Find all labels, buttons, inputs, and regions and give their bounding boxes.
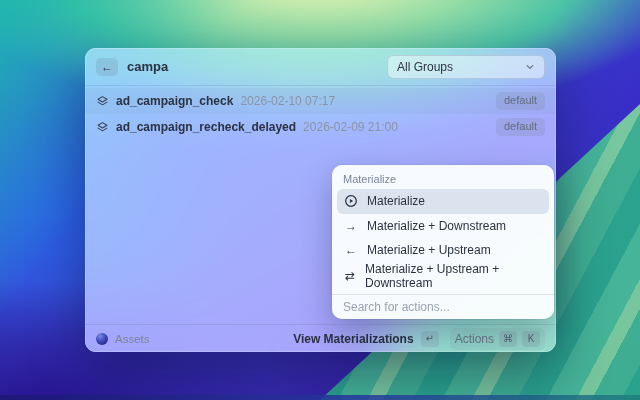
popup-section-header: Materialize <box>332 165 554 189</box>
actions-search-input[interactable] <box>332 294 554 319</box>
materialize-actions-popup: Materialize Materialize → Materialize + … <box>332 165 554 319</box>
asset-name: ad_campaign_check <box>116 94 233 108</box>
asset-search-input[interactable] <box>127 59 378 74</box>
asset-layers-icon <box>96 121 109 134</box>
palette-footer: Assets View Materializations ↵ Actions ⌘… <box>85 324 556 352</box>
group-badge: default <box>496 118 545 135</box>
play-circle-icon <box>344 194 358 208</box>
app-logo-icon <box>96 333 108 345</box>
arrow-left-icon: ← <box>344 243 358 257</box>
menu-item-materialize-upstream-downstream[interactable]: ⇄ Materialize + Upstream + Downstream <box>337 263 549 289</box>
actions-shortcut-button[interactable]: Actions ⌘ K <box>450 328 545 350</box>
asset-name: ad_campaign_recheck_delayed <box>116 120 296 134</box>
menu-item-materialize[interactable]: Materialize <box>337 189 549 214</box>
return-key-icon: ↵ <box>421 331 439 347</box>
wallpaper-bottom-strip <box>0 395 640 400</box>
menu-item-materialize-upstream[interactable]: ← Materialize + Upstream <box>337 238 549 263</box>
groups-filter-dropdown[interactable]: All Groups <box>387 55 545 79</box>
arrow-right-icon: → <box>344 219 358 233</box>
menu-item-materialize-downstream[interactable]: → Materialize + Downstream <box>337 214 549 239</box>
groups-filter-value: All Groups <box>397 60 453 74</box>
menu-item-label: Materialize <box>367 194 425 208</box>
asset-timestamp: 2026-02-10 07:17 <box>240 94 335 108</box>
palette-topbar: ← All Groups <box>85 48 556 85</box>
group-badge: default <box>496 92 545 109</box>
view-materializations-button[interactable]: View Materializations <box>293 332 414 346</box>
command-palette-window: ← All Groups ad_campaign_check 2026-02-1… <box>85 48 556 352</box>
back-button[interactable]: ← <box>96 58 118 76</box>
footer-app-label: Assets <box>115 333 150 345</box>
arrows-swap-icon: ⇄ <box>344 269 356 283</box>
actions-label: Actions <box>455 332 494 346</box>
asset-timestamp: 2026-02-09 21:00 <box>303 120 398 134</box>
back-arrow-icon: ← <box>101 60 113 74</box>
chevron-down-icon <box>525 62 535 72</box>
menu-item-label: Materialize + Upstream <box>367 243 491 257</box>
asset-row[interactable]: ad_campaign_check 2026-02-10 07:17 defau… <box>85 88 556 114</box>
asset-layers-icon <box>96 95 109 108</box>
command-key-icon: ⌘ <box>499 331 517 347</box>
asset-result-list: ad_campaign_check 2026-02-10 07:17 defau… <box>85 86 556 142</box>
asset-row[interactable]: ad_campaign_recheck_delayed 2026-02-09 2… <box>85 114 556 140</box>
k-key-icon: K <box>522 331 540 347</box>
menu-item-label: Materialize + Upstream + Downstream <box>365 262 542 290</box>
menu-item-label: Materialize + Downstream <box>367 219 506 233</box>
